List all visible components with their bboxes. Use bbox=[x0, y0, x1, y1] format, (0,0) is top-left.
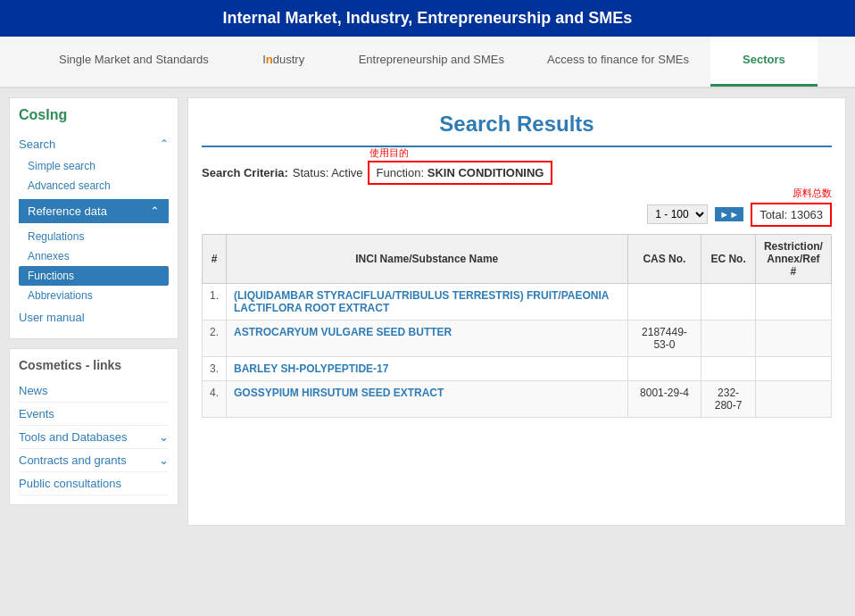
row-ec-3 bbox=[701, 356, 755, 380]
content-area: Search Results Search Criteria: Status: … bbox=[187, 97, 846, 526]
next-page-button[interactable]: ►► bbox=[715, 207, 743, 221]
col-header-num: # bbox=[203, 234, 227, 283]
criteria-label: Search Criteria: bbox=[202, 166, 288, 179]
tab-industry-label: Industry bbox=[262, 53, 304, 66]
tab-industry[interactable]: Industry bbox=[230, 37, 337, 87]
sidebar-item-simple-search[interactable]: Simple search bbox=[19, 156, 169, 176]
function-label: Function: bbox=[377, 166, 424, 179]
total-annotation: 原料总数 bbox=[793, 187, 832, 200]
col-header-restriction: Restriction/Annex/Ref # bbox=[755, 234, 831, 283]
inci-link-1[interactable]: (LIQUIDAMBAR STYRACIFLUA/TRIBULUS TERRES… bbox=[234, 289, 609, 314]
cosing-title: CosIng bbox=[19, 107, 169, 123]
sidebar-item-user-manual[interactable]: User manual bbox=[19, 305, 169, 329]
search-criteria-row: Search Criteria: Status: Active 使用目的 Fun… bbox=[202, 161, 832, 185]
row-ec-2 bbox=[701, 320, 755, 356]
chevron-up-icon-ref: ⌃ bbox=[150, 204, 160, 218]
cosm-link-contracts[interactable]: Contracts and grants ⌄ bbox=[19, 449, 169, 472]
row-inci-4: GOSSYPIUM HIRSUTUM SEED EXTRACT bbox=[227, 380, 628, 417]
main-layout: CosIng Search ⌃ Simple search Advanced s… bbox=[0, 88, 855, 535]
row-cas-2: 2187449-53-0 bbox=[627, 320, 701, 356]
status-label: Status: Active bbox=[293, 166, 363, 179]
table-row: 2. ASTROCARYUM VULGARE SEED BUTTER 21874… bbox=[203, 320, 832, 356]
row-cas-4: 8001-29-4 bbox=[627, 380, 701, 417]
table-row: 3. BARLEY SH-POLYPEPTIDE-17 bbox=[203, 356, 832, 380]
sidebar-item-reference-data[interactable]: Reference data ⌃ bbox=[19, 199, 169, 223]
inci-link-2[interactable]: ASTROCARYUM VULGARE SEED BUTTER bbox=[234, 326, 452, 338]
col-header-cas: CAS No. bbox=[627, 234, 701, 283]
tab-sectors[interactable]: Sectors bbox=[710, 37, 818, 87]
col-header-inci: INCI Name/Substance Name bbox=[227, 234, 628, 283]
inci-link-4[interactable]: GOSSYPIUM HIRSUTUM SEED EXTRACT bbox=[234, 387, 444, 399]
cosmetics-links-section: Cosmetics - links News Events Tools and … bbox=[9, 348, 178, 505]
col-header-ec: EC No. bbox=[701, 234, 755, 283]
sidebar-item-functions[interactable]: Functions bbox=[19, 266, 169, 286]
cosm-link-news[interactable]: News bbox=[19, 379, 169, 403]
row-inci-3: BARLEY SH-POLYPEPTIDE-17 bbox=[227, 356, 628, 380]
tab-entrepreneurship[interactable]: Entrepreneurship and SMEs bbox=[337, 37, 526, 87]
function-criteria-box: 使用目的 Function: SKIN CONDITIONING bbox=[368, 161, 553, 185]
row-inci-1: (LIQUIDAMBAR STYRACIFLUA/TRIBULUS TERRES… bbox=[227, 283, 628, 320]
row-cas-3 bbox=[627, 356, 701, 380]
sidebar-item-annexes[interactable]: Annexes bbox=[19, 246, 169, 266]
cosm-link-public[interactable]: Public consultations bbox=[19, 472, 169, 495]
cosing-section: CosIng Search ⌃ Simple search Advanced s… bbox=[9, 97, 178, 339]
site-header: Internal Market, Industry, Entrepreneurs… bbox=[0, 0, 855, 37]
table-row: 4. GOSSYPIUM HIRSUTUM SEED EXTRACT 8001-… bbox=[203, 380, 832, 417]
row-num-1: 1. bbox=[203, 283, 227, 320]
total-box: Total: 13063 bbox=[751, 203, 832, 227]
sidebar-item-regulations[interactable]: Regulations bbox=[19, 227, 169, 246]
tab-access-finance[interactable]: Access to finance for SMEs bbox=[526, 37, 710, 87]
row-restriction-4 bbox=[755, 380, 831, 417]
results-table: # INCI Name/Substance Name CAS No. EC No… bbox=[202, 234, 832, 418]
cosmetics-links-title: Cosmetics - links bbox=[19, 358, 169, 372]
row-num-4: 4. bbox=[203, 380, 227, 417]
sidebar-item-abbreviations[interactable]: Abbreviations bbox=[19, 286, 169, 305]
function-value: SKIN CONDITIONING bbox=[428, 166, 544, 179]
row-restriction-2 bbox=[755, 320, 831, 356]
row-ec-1 bbox=[701, 283, 755, 320]
chevron-down-icon-tools: ⌄ bbox=[159, 430, 169, 444]
nav-tabs-bar: Single Market and Standards Industry Ent… bbox=[0, 37, 855, 88]
row-num-2: 2. bbox=[203, 320, 227, 356]
table-row: 1. (LIQUIDAMBAR STYRACIFLUA/TRIBULUS TER… bbox=[203, 283, 832, 320]
sidebar-item-search[interactable]: Search ⌃ bbox=[19, 132, 169, 156]
row-inci-2: ASTROCARYUM VULGARE SEED BUTTER bbox=[227, 320, 628, 356]
pagination-row: 1 - 100 ►► 原料总数 Total: 13063 bbox=[202, 203, 832, 227]
usage-annotation: 使用目的 bbox=[369, 146, 409, 160]
cosm-link-tools[interactable]: Tools and Databases ⌄ bbox=[19, 426, 169, 449]
header-title: Internal Market, Industry, Entrepreneurs… bbox=[223, 9, 633, 27]
row-ec-4: 232-280-7 bbox=[701, 380, 755, 417]
row-cas-1 bbox=[627, 283, 701, 320]
tab-single-market[interactable]: Single Market and Standards bbox=[37, 37, 230, 87]
row-num-3: 3. bbox=[203, 356, 227, 380]
sidebar-item-advanced-search[interactable]: Advanced search bbox=[19, 176, 169, 196]
total-value: 13063 bbox=[791, 208, 823, 221]
page-range-select[interactable]: 1 - 100 bbox=[647, 204, 708, 224]
search-results-title: Search Results bbox=[202, 112, 832, 147]
total-wrapper: 原料总数 Total: 13063 bbox=[751, 203, 832, 227]
sidebar: CosIng Search ⌃ Simple search Advanced s… bbox=[9, 97, 178, 526]
chevron-down-icon-contracts: ⌄ bbox=[159, 454, 169, 467]
row-restriction-1 bbox=[755, 283, 831, 320]
row-restriction-3 bbox=[755, 356, 831, 380]
chevron-up-icon: ⌃ bbox=[160, 137, 169, 150]
table-header-row: # INCI Name/Substance Name CAS No. EC No… bbox=[203, 234, 832, 283]
cosm-link-events[interactable]: Events bbox=[19, 403, 169, 426]
inci-link-3[interactable]: BARLEY SH-POLYPEPTIDE-17 bbox=[234, 362, 388, 375]
